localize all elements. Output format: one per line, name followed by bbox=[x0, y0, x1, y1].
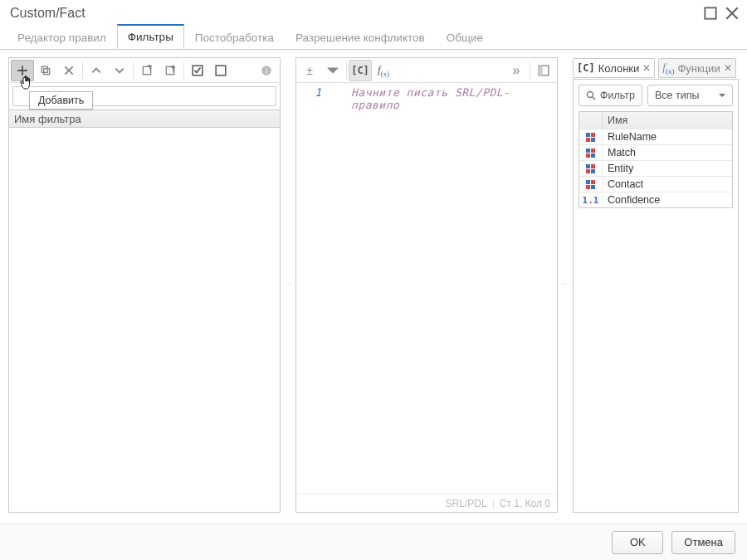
tab-columns[interactable]: [C] Колонки ✕ bbox=[573, 58, 655, 78]
uncheck-all-button[interactable] bbox=[209, 60, 232, 81]
delete-button[interactable] bbox=[57, 60, 81, 81]
right-body: Фильтр Все типы Имя RuleNameMatchEntityC… bbox=[573, 79, 739, 513]
column-row[interactable]: Entity bbox=[579, 160, 732, 176]
column-row[interactable]: Contact bbox=[579, 176, 732, 192]
editor-toolbar: ± [C] f(x) » bbox=[296, 58, 557, 83]
search-icon bbox=[586, 90, 596, 100]
editor-statusbar: SRL/PDL | Ст 1, Кол 0 bbox=[296, 494, 557, 512]
filters-toolbar: i bbox=[9, 58, 280, 83]
tab-functions[interactable]: f(x) Функции ✕ bbox=[658, 58, 735, 78]
category-type-icon bbox=[579, 145, 603, 160]
ok-button[interactable]: OK bbox=[612, 531, 663, 554]
svg-rect-1 bbox=[42, 66, 47, 72]
window-title: Custom/Fact bbox=[10, 6, 85, 21]
functions-icon: f(x) bbox=[662, 61, 674, 75]
column-row[interactable]: RuleName bbox=[579, 129, 732, 144]
category-type-icon bbox=[579, 177, 603, 192]
diff-button[interactable]: ± bbox=[298, 60, 321, 81]
filters-list-header: Имя фильтра bbox=[9, 110, 280, 128]
column-name: Entity bbox=[603, 163, 732, 174]
svg-text:i: i bbox=[266, 66, 268, 75]
category-type-icon bbox=[579, 161, 603, 176]
titlebar: Custom/Fact bbox=[0, 0, 747, 27]
tab-functions-label: Функции bbox=[677, 62, 720, 75]
columns-token-button[interactable]: [C] bbox=[349, 60, 372, 81]
export-button[interactable] bbox=[135, 60, 159, 81]
type-select-label: Все типы bbox=[655, 90, 699, 101]
category-type-icon bbox=[579, 129, 603, 144]
close-tab-columns-icon[interactable]: ✕ bbox=[642, 62, 651, 74]
svg-rect-6 bbox=[216, 66, 226, 75]
more-icon[interactable]: » bbox=[505, 60, 528, 81]
add-button[interactable] bbox=[11, 60, 34, 81]
line-gutter: 1 bbox=[296, 83, 328, 494]
cancel-button[interactable]: Отмена bbox=[671, 531, 735, 554]
diff-dropdown-icon[interactable] bbox=[321, 60, 344, 81]
filter-button[interactable]: Фильтр bbox=[579, 85, 642, 106]
right-tabs: [C] Колонки ✕ f(x) Функции ✕ bbox=[573, 57, 739, 79]
editor-panel: ± [C] f(x) » 1 Начните писать SRL/PDL-пр… bbox=[295, 57, 558, 513]
svg-point-11 bbox=[588, 92, 593, 98]
columns-table: Имя RuleNameMatchEntityContact1.1Confide… bbox=[579, 111, 733, 208]
tabs-bar: Редактор правил Фильтры Постобработка Ра… bbox=[0, 27, 747, 50]
tab-postprocessing[interactable]: Постобработка bbox=[184, 26, 285, 49]
tab-conflict-resolution[interactable]: Разрешение конфликтов bbox=[285, 26, 436, 49]
columns-header-name: Имя bbox=[603, 112, 732, 129]
close-icon[interactable] bbox=[725, 7, 739, 20]
maximize-icon[interactable] bbox=[704, 7, 717, 20]
filters-list-body bbox=[9, 128, 280, 512]
add-tooltip: Добавить bbox=[29, 91, 93, 110]
tab-general[interactable]: Общие bbox=[436, 26, 494, 49]
right-panel: [C] Колонки ✕ f(x) Функции ✕ Фильтр Все … bbox=[573, 57, 739, 513]
numeric-type-icon: 1.1 bbox=[579, 192, 603, 207]
column-name: RuleName bbox=[603, 131, 732, 143]
import-button[interactable] bbox=[159, 60, 182, 81]
columns-icon: [C] bbox=[577, 62, 595, 74]
tab-columns-label: Колонки bbox=[598, 62, 640, 75]
layout-toggle-button[interactable] bbox=[532, 60, 555, 81]
svg-rect-10 bbox=[539, 66, 543, 75]
move-up-button[interactable] bbox=[85, 60, 108, 81]
dialog-footer: OK Отмена bbox=[0, 523, 747, 560]
info-icon[interactable]: i bbox=[255, 60, 278, 81]
tab-rule-editor[interactable]: Редактор правил bbox=[7, 26, 117, 49]
splitter-left[interactable]: ⋮ bbox=[286, 57, 290, 513]
column-name: Contact bbox=[603, 178, 732, 190]
function-button[interactable]: f(x) bbox=[372, 60, 395, 81]
chevron-down-icon bbox=[719, 92, 725, 99]
content-area: i Имя фильтра Добавить ⋮ ± [C] f(x) » 1 … bbox=[0, 51, 747, 519]
filter-button-label: Фильтр bbox=[600, 90, 635, 101]
splitter-right[interactable]: ⋮ bbox=[563, 57, 568, 513]
editor-placeholder: Начните писать SRL/PDL-правило bbox=[351, 86, 557, 111]
column-row[interactable]: 1.1Confidence bbox=[579, 192, 732, 207]
code-editor[interactable]: 1 Начните писать SRL/PDL-правило bbox=[296, 83, 557, 494]
status-cursor-pos: Ст 1, Кол 0 bbox=[500, 498, 550, 509]
filters-panel: i Имя фильтра Добавить bbox=[8, 57, 281, 513]
type-select[interactable]: Все типы bbox=[647, 85, 733, 106]
svg-rect-0 bbox=[705, 7, 715, 18]
status-language: SRL/PDL bbox=[446, 498, 487, 509]
copy-button[interactable] bbox=[34, 60, 57, 81]
tab-filters[interactable]: Фильтры bbox=[117, 24, 184, 49]
column-name: Match bbox=[603, 147, 732, 158]
column-row[interactable]: Match bbox=[579, 144, 732, 160]
column-name: Confidence bbox=[603, 194, 732, 206]
svg-rect-2 bbox=[44, 68, 50, 74]
move-down-button[interactable] bbox=[108, 60, 131, 81]
close-tab-functions-icon[interactable]: ✕ bbox=[724, 62, 732, 74]
check-all-button[interactable] bbox=[186, 60, 209, 81]
